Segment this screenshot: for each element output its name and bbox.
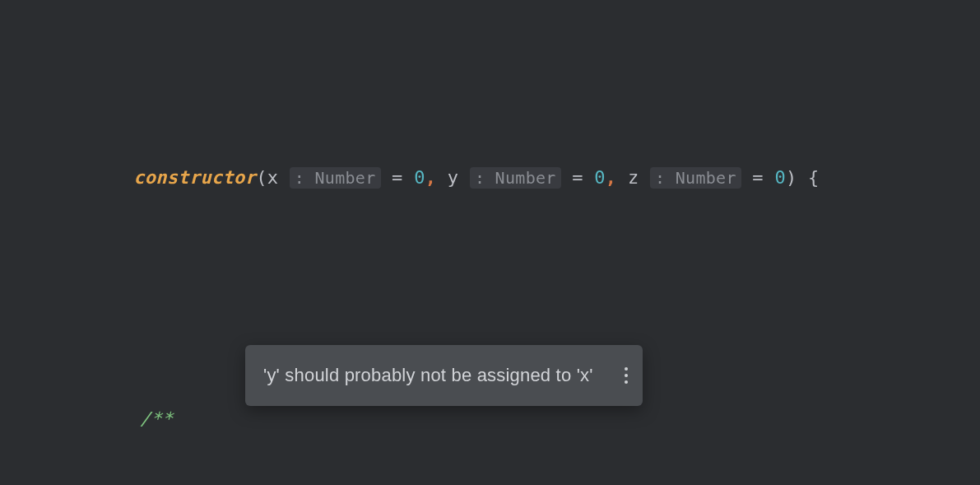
open-brace: { [797,167,820,188]
param-x-name: x [267,167,279,188]
param-y-default: 0 [594,167,606,188]
more-actions-icon[interactable] [625,367,628,384]
inspection-tooltip[interactable]: 'y' should probably not be assigned to '… [245,345,643,406]
comma-separator: , [606,167,628,188]
eq-operator: = [381,167,415,188]
comma-separator: , [425,167,448,188]
eq-operator: = [561,167,595,188]
code-line-signature: constructor(x : Number = 0, y : Number =… [0,126,980,161]
param-z-type-hint: : Number [650,167,741,189]
param-z-name: z [628,167,639,188]
param-y-type-hint: : Number [470,167,561,189]
blank-line [0,264,980,299]
eq-operator: = [741,167,775,188]
param-x-default: 0 [414,167,425,188]
param-z-default: 0 [774,167,786,188]
keyword-constructor: constructor [133,167,256,188]
code-editor[interactable]: constructor(x : Number = 0, y : Number =… [0,0,980,485]
param-x-type-hint: : Number [290,167,381,189]
jsdoc-line: /** [0,402,980,436]
close-paren: ) [786,167,797,188]
open-paren: ( [256,167,267,188]
param-y-name: y [448,167,459,188]
tooltip-message: 'y' should probably not be assigned to '… [263,358,593,393]
